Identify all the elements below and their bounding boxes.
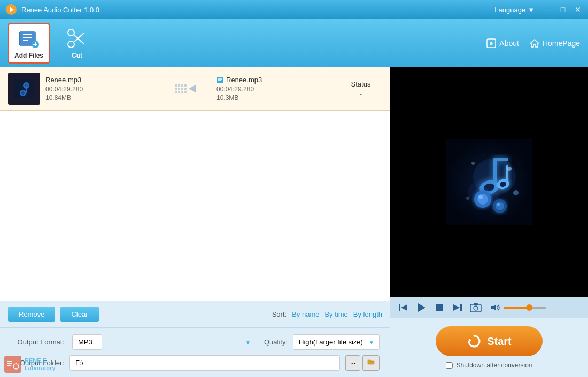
svg-point-58 [466, 197, 469, 200]
watermark-line2: Laboratory [25, 364, 55, 372]
svg-line-13 [74, 35, 84, 44]
window-controls: ─ □ ✕ [543, 5, 583, 14]
table-row: Renee.mp3 00:04:29.280 10.84MB [0, 67, 390, 111]
arrow-area [168, 82, 211, 95]
sort-by-time[interactable]: By time [324, 310, 347, 318]
prev-button[interactable] [397, 301, 409, 314]
quality-wrapper: Quality: High(Larger file size) Medium L… [264, 334, 380, 350]
sort-by-length[interactable]: By length [353, 310, 382, 318]
homepage-label: HomePage [543, 39, 580, 48]
quality-label: Quality: [264, 338, 288, 346]
quality-select[interactable]: High(Larger file size) Medium Low [293, 334, 380, 350]
svg-point-51 [478, 195, 483, 199]
language-label: Language [494, 6, 525, 14]
svg-rect-63 [460, 304, 462, 311]
cut-label: Cut [72, 52, 82, 59]
svg-point-53 [496, 202, 504, 210]
svg-rect-67 [474, 303, 478, 305]
output-format-wrapper: MP3 AAC WAV FLAC [72, 334, 256, 350]
toolbar-right: a About HomePage [486, 38, 580, 48]
output-format-label: Output Format: [11, 338, 64, 346]
svg-point-56 [471, 162, 475, 165]
svg-line-12 [74, 33, 84, 42]
svg-marker-69 [469, 338, 472, 341]
remove-button[interactable]: Remove [8, 307, 55, 322]
about-label: About [499, 39, 519, 48]
svg-point-22 [21, 91, 25, 95]
volume-icon [491, 303, 500, 312]
output-format-select[interactable]: MP3 AAC WAV FLAC [72, 334, 102, 350]
about-link[interactable]: a About [486, 38, 519, 48]
start-button[interactable]: Start [436, 326, 543, 356]
shutdown-label: Shutdown after conversion [456, 362, 532, 369]
cut-icon [66, 27, 88, 50]
player-controls [390, 297, 588, 318]
stop-button[interactable] [433, 301, 446, 314]
svg-marker-61 [418, 303, 425, 312]
play-button[interactable] [415, 301, 428, 314]
sort-area: Sort: By name By time By length [272, 310, 382, 318]
bottom-controls: Remove Clear Sort: By name By time By le… [0, 301, 390, 327]
shutdown-checkbox[interactable] [446, 362, 453, 369]
output-info: Renee.mp3 00:04:29.280 10.3MB [216, 76, 334, 101]
add-files-button[interactable]: Add Files [8, 23, 50, 64]
svg-rect-62 [436, 304, 443, 311]
status-area: Status - [339, 80, 382, 98]
volume-fill [504, 307, 529, 309]
svg-text:a: a [490, 40, 493, 46]
clear-button[interactable]: Clear [60, 307, 98, 322]
close-button[interactable]: ✕ [573, 5, 583, 14]
svg-rect-30 [184, 88, 187, 90]
maximize-button[interactable]: □ [558, 5, 568, 14]
volume-track[interactable] [504, 307, 546, 309]
svg-marker-35 [189, 84, 196, 93]
minimize-button[interactable]: ─ [543, 5, 553, 14]
open-folder-button[interactable] [362, 355, 380, 371]
title-bar-left: Renee Audio Cutter 1.0.0 [5, 4, 99, 15]
output-folder-input[interactable]: F:\ [69, 355, 340, 371]
svg-marker-60 [401, 304, 407, 311]
toolbar: Add Files Cut a About [0, 19, 588, 67]
folder-icon [367, 358, 375, 366]
title-bar-right: Language ▼ ─ □ ✕ [494, 5, 583, 14]
svg-rect-59 [399, 304, 400, 311]
browse-button[interactable]: ··· [345, 355, 360, 371]
svg-rect-43 [493, 158, 508, 161]
svg-rect-33 [181, 91, 183, 93]
svg-rect-73 [7, 365, 11, 366]
add-files-icon [18, 27, 40, 50]
language-button[interactable]: Language ▼ [494, 6, 535, 14]
arrow-icon [174, 82, 206, 95]
quality-select-wrapper: High(Larger file size) Medium Low [293, 334, 380, 350]
folder-buttons: ··· [345, 355, 380, 371]
svg-rect-26 [184, 84, 187, 87]
svg-rect-32 [178, 91, 180, 93]
camera-icon [470, 302, 482, 313]
file-name: Renee.mp3 [45, 76, 163, 84]
svg-rect-23 [175, 84, 177, 87]
language-dropdown-icon: ▼ [528, 6, 535, 14]
status-label: Status [339, 80, 382, 88]
svg-point-10 [68, 41, 74, 48]
cut-button[interactable]: Cut [60, 24, 94, 62]
file-thumbnail [8, 73, 40, 105]
start-area: Start Shutdown after conversion [390, 318, 588, 377]
svg-rect-25 [181, 84, 183, 87]
next-button[interactable] [451, 301, 464, 314]
format-row: Output Format: MP3 AAC WAV FLAC Quality:… [11, 334, 380, 350]
about-icon: a [486, 38, 496, 48]
homepage-link[interactable]: HomePage [530, 38, 580, 48]
file-size: 10.84MB [45, 94, 163, 101]
app-logo-icon [5, 4, 17, 15]
svg-rect-29 [181, 88, 183, 90]
svg-point-54 [497, 203, 500, 206]
watermark-line1: RENE.E [25, 357, 55, 364]
file-duration: 00:04:29.280 [45, 85, 163, 93]
music-visualization [446, 139, 532, 225]
screenshot-button[interactable] [469, 301, 482, 314]
status-value: - [339, 90, 382, 98]
brand-icon [5, 357, 20, 372]
preview-area [390, 67, 588, 297]
sort-by-name[interactable]: By name [292, 310, 319, 318]
svg-point-11 [68, 29, 74, 36]
